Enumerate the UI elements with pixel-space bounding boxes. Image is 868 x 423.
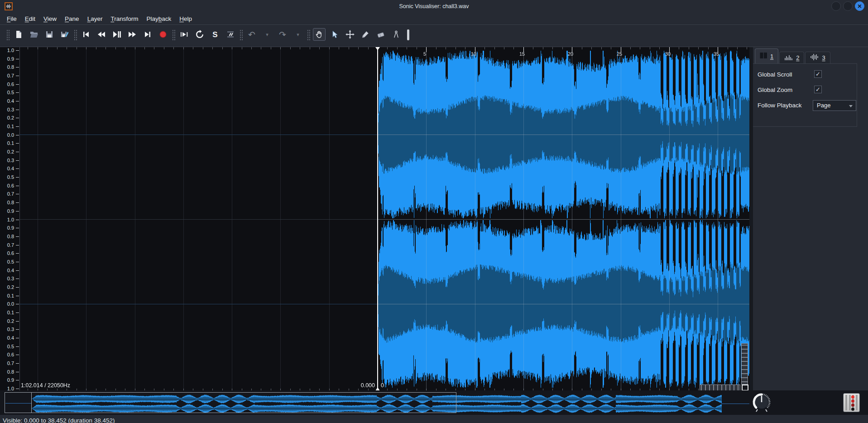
solo-button[interactable]: S bbox=[209, 28, 221, 41]
scale-tick-label: 0.4 bbox=[7, 166, 14, 171]
align-button[interactable] bbox=[224, 28, 237, 41]
scale-tick bbox=[16, 245, 19, 245]
scale-tick bbox=[16, 92, 19, 93]
close-button[interactable]: ✕ bbox=[855, 1, 864, 11]
minimize-button[interactable] bbox=[831, 1, 841, 11]
scale-tick-label: 0.5 bbox=[7, 344, 14, 349]
menu-bar: FileEditViewPaneLayerTransformPlaybackHe… bbox=[0, 13, 868, 25]
follow-playback-value: Page bbox=[817, 102, 830, 109]
title-bar: Sonic Visualiser: chall3.wav ✕ bbox=[0, 0, 868, 13]
scale-tick bbox=[16, 110, 19, 110]
redo-button[interactable]: ↷ bbox=[276, 28, 289, 41]
global-scroll-checkbox[interactable]: ✓ bbox=[814, 70, 822, 78]
rewind-button[interactable] bbox=[95, 28, 108, 41]
visible-region-rect[interactable] bbox=[5, 392, 456, 413]
waveform-pane[interactable]: 1.00.90.80.70.60.50.40.30.20.10.00.10.20… bbox=[0, 47, 749, 391]
follow-playback-select[interactable]: Page bbox=[813, 100, 856, 111]
menu-edit[interactable]: Edit bbox=[21, 13, 39, 24]
open-button[interactable] bbox=[28, 28, 40, 41]
vertical-zoom-wheel[interactable] bbox=[741, 343, 748, 385]
scale-tick-label: 0.1 bbox=[7, 124, 14, 129]
scale-tick-label: 0.2 bbox=[7, 318, 14, 324]
cursor-time-label: 0.000 bbox=[328, 382, 375, 389]
edit-button[interactable] bbox=[344, 28, 356, 41]
tab-pane-1[interactable]: 1 bbox=[755, 48, 778, 63]
toolbar-handle[interactable] bbox=[74, 29, 77, 40]
scale-tick bbox=[16, 321, 19, 322]
scale-tick bbox=[16, 355, 19, 355]
record-button[interactable] bbox=[157, 28, 169, 41]
scale-tick-label: 0.3 bbox=[7, 327, 14, 332]
fast-forward-button[interactable] bbox=[126, 28, 139, 41]
erase-button[interactable] bbox=[374, 28, 387, 41]
scale-tick-label: 0.9 bbox=[7, 56, 14, 62]
follow-playback-label: Follow Playback bbox=[758, 102, 802, 109]
scale-tick bbox=[16, 84, 19, 85]
scale-tick-label: 0.3 bbox=[7, 107, 14, 112]
scale-tick bbox=[16, 202, 19, 203]
scale-tick bbox=[16, 304, 19, 304]
scale-tick bbox=[16, 160, 19, 161]
scale-tick bbox=[16, 372, 19, 372]
scale-tick-label: 0.6 bbox=[7, 183, 14, 188]
ffwd-end-button[interactable] bbox=[141, 28, 154, 41]
scale-tick bbox=[16, 76, 19, 76]
global-zoom-checkbox[interactable]: ✓ bbox=[814, 86, 822, 93]
toolbar-group bbox=[12, 28, 71, 41]
scale-tick-label: 0.1 bbox=[7, 140, 14, 146]
menu-file[interactable]: File bbox=[3, 13, 21, 24]
scale-tick-label: 0.7 bbox=[7, 191, 14, 197]
toolbar-handle[interactable] bbox=[172, 29, 175, 40]
navigate-button[interactable] bbox=[313, 28, 326, 41]
toolbar-handle[interactable] bbox=[6, 29, 10, 40]
properties-box: Global Scroll ✓ Global Zoom ✓ Follow Pla… bbox=[753, 63, 857, 127]
scale-tick-label: 0.1 bbox=[7, 310, 14, 315]
horizontal-zoom-wheel[interactable] bbox=[700, 385, 740, 391]
scale-tick bbox=[16, 312, 19, 313]
scale-tick bbox=[16, 194, 19, 194]
play-selection-button[interactable] bbox=[178, 28, 191, 41]
playback-speed-knob[interactable] bbox=[752, 392, 772, 413]
scale-tick-label: 0.0 bbox=[7, 132, 14, 138]
history-caret-glyph: ▾ bbox=[297, 32, 299, 37]
redo-history-dropdown[interactable]: ▾ bbox=[292, 28, 304, 41]
new-button[interactable] bbox=[12, 28, 25, 41]
scale-tick-label: 0.5 bbox=[7, 90, 14, 95]
menu-transform[interactable]: Transform bbox=[106, 13, 142, 24]
undo-button[interactable]: ↶ bbox=[245, 28, 258, 41]
play-pause-button[interactable] bbox=[110, 28, 123, 41]
scale-tick bbox=[16, 287, 19, 288]
measure-button[interactable] bbox=[390, 28, 403, 41]
scale-tick bbox=[16, 135, 19, 135]
export-button[interactable] bbox=[58, 28, 71, 41]
menu-help[interactable]: Help bbox=[175, 13, 196, 24]
menu-playback[interactable]: Playback bbox=[142, 13, 175, 24]
undo-history-dropdown[interactable]: ▾ bbox=[261, 28, 273, 41]
level-meter-button[interactable] bbox=[843, 393, 860, 412]
toolbar-group: ↶▾↷▾ bbox=[245, 28, 304, 41]
window-title: Sonic Visualiser: chall3.wav bbox=[0, 0, 868, 13]
scale-tick-label: 1.0 bbox=[7, 48, 14, 53]
scale-tick-label: 0.2 bbox=[7, 149, 14, 154]
scale-tick-label: 0.0 bbox=[7, 301, 14, 307]
zoom-reset-button[interactable] bbox=[742, 385, 748, 391]
menu-view[interactable]: View bbox=[39, 13, 61, 24]
scale-tick-label: 1.0 bbox=[7, 217, 14, 222]
save-button[interactable] bbox=[43, 28, 56, 41]
tab-pane-3[interactable]: 3 bbox=[805, 52, 830, 63]
select-button[interactable] bbox=[328, 28, 341, 41]
toolbar-handle[interactable] bbox=[240, 29, 243, 40]
menu-layer[interactable]: Layer bbox=[83, 13, 107, 24]
draw-button[interactable] bbox=[359, 28, 372, 41]
tab-pane-2[interactable]: 2 bbox=[779, 52, 804, 63]
toolbar-handle[interactable] bbox=[307, 29, 310, 40]
scale-tick-label: 0.8 bbox=[7, 64, 14, 70]
menu-pane[interactable]: Pane bbox=[61, 13, 83, 24]
waveform-view[interactable] bbox=[20, 47, 749, 391]
loop-button[interactable] bbox=[193, 28, 206, 41]
scale-tick bbox=[16, 152, 19, 152]
rewind-start-button[interactable] bbox=[80, 28, 92, 41]
history-caret-glyph: ▾ bbox=[266, 32, 269, 37]
status-text: Visible: 0.000 to 38.452 (duration 38.45… bbox=[3, 417, 115, 423]
maximize-button[interactable] bbox=[843, 1, 853, 11]
